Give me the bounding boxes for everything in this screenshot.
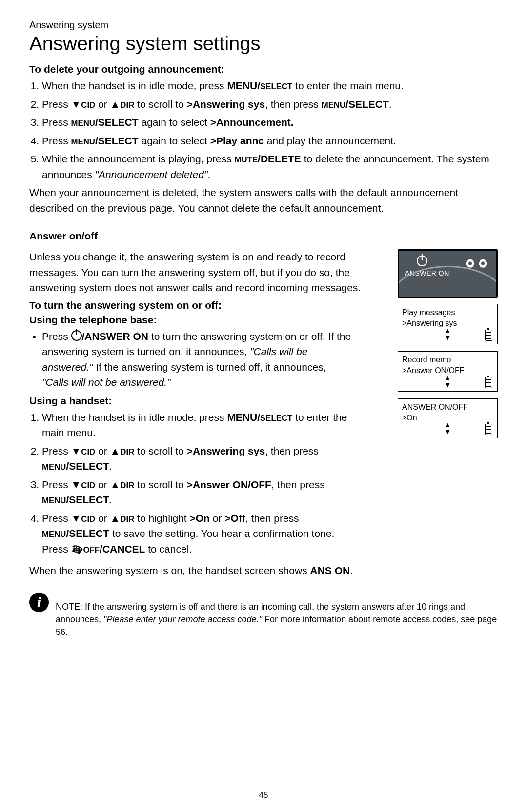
list-item: Press ▼CID or ▲DIR to scroll to >Answer …: [42, 477, 351, 508]
battery-icon: [485, 330, 492, 341]
battery-icon: [485, 424, 492, 435]
list-item: Press ▼CID or ▲DIR to scroll to >Answeri…: [42, 97, 498, 112]
lcd-screen-2: Record memo >Answer ON/OFF ▲▼: [398, 351, 498, 392]
updown-icon: ▲▼: [445, 375, 451, 388]
lcd-screen-3: ANSWER ON/OFF >On ▲▼: [398, 398, 498, 439]
list-item: When the handset is in idle mode, press …: [42, 78, 498, 94]
handset-steps: When the handset is in idle mode, press …: [29, 410, 351, 557]
list-item: While the announcement is playing, press…: [42, 151, 498, 182]
heading-delete: To delete your outgoing announcement:: [29, 63, 498, 75]
side-illustrations: ANSWER ON ⭘⭘ Play messages >Answering sy…: [398, 249, 498, 445]
heading-turn: To turn the answering system on or off:: [29, 299, 351, 311]
list-item: Press MENU/SELECT again to select >Play …: [42, 133, 498, 149]
heading-handset: Using a handset:: [29, 395, 351, 407]
page-number: 45: [259, 791, 268, 800]
lcd-screen-1: Play messages >Answering sys ▲▼: [398, 304, 498, 344]
updown-icon: ▲▼: [445, 421, 451, 435]
phone-icon: ☎: [69, 540, 85, 558]
delete-after-paragraph: When your announcement is deleted, the s…: [29, 185, 498, 216]
note-block: i NOTE: If the answering system is off a…: [29, 593, 498, 638]
divider: [29, 245, 498, 245]
battery-icon: [485, 377, 492, 388]
heading-answer-onoff: Answer on/off: [29, 230, 498, 242]
base-steps: Press /ANSWER ON to turn the answering s…: [29, 329, 351, 390]
power-icon: [71, 331, 82, 342]
list-item: Press /ANSWER ON to turn the answering s…: [42, 329, 351, 390]
page-title: Answering system settings: [29, 33, 498, 55]
updown-icon: ▲▼: [445, 327, 451, 341]
list-item: Press ▼CID or ▲DIR to scroll to >Answeri…: [42, 443, 351, 474]
final-paragraph: When the answering system is on, the han…: [29, 563, 498, 578]
base-unit-illustration: ANSWER ON ⭘⭘: [398, 249, 498, 298]
info-icon: i: [29, 593, 49, 612]
list-item: When the handset is in idle mode, press …: [42, 410, 351, 440]
delete-steps: When the handset is in idle mode, press …: [29, 78, 498, 182]
heading-base: Using the telephone base:: [29, 314, 351, 326]
list-item: Press ▼CID or ▲DIR to highlight >On or >…: [42, 511, 351, 557]
page-section-header: Answering system: [29, 20, 498, 31]
power-icon: [417, 254, 427, 269]
list-item: Press MENU/SELECT again to select >Annou…: [42, 115, 498, 130]
